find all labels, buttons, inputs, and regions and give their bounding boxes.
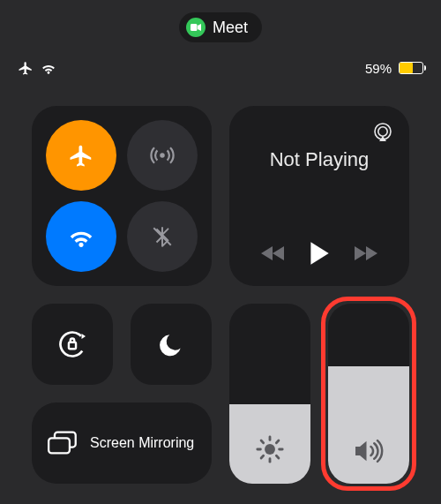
- svg-point-1: [160, 153, 165, 158]
- airplane-icon: [68, 142, 94, 169]
- svg-line-14: [261, 455, 264, 458]
- active-app-pill[interactable]: Meet: [179, 12, 262, 42]
- connectivity-tile: [32, 106, 212, 286]
- play-button[interactable]: [308, 240, 331, 267]
- svg-rect-6: [69, 342, 76, 350]
- volume-slider[interactable]: [328, 304, 409, 484]
- screen-mirroring-label: Screen Mirroring: [90, 435, 194, 451]
- bluetooth-off-icon: [151, 223, 174, 250]
- moon-icon: [157, 330, 185, 358]
- wifi-icon: [41, 62, 56, 74]
- active-app-label: Meet: [213, 19, 248, 37]
- rotation-lock-toggle[interactable]: [32, 304, 113, 385]
- status-bar: 59%: [0, 60, 441, 76]
- svg-point-5: [56, 328, 88, 360]
- cellular-data-toggle[interactable]: [127, 120, 198, 191]
- media-title: Not Playing: [245, 148, 393, 171]
- svg-point-7: [265, 444, 275, 455]
- wifi-icon: [67, 225, 95, 248]
- brightness-icon: [255, 434, 285, 464]
- speaker-icon: [353, 438, 385, 464]
- small-toggles-row: [32, 304, 212, 385]
- svg-line-12: [261, 440, 264, 443]
- do-not-disturb-toggle[interactable]: [131, 304, 212, 385]
- bluetooth-toggle[interactable]: [127, 201, 198, 272]
- screen-mirroring-icon: [48, 431, 78, 455]
- prev-track-button[interactable]: [261, 244, 286, 262]
- svg-rect-17: [49, 438, 70, 453]
- brightness-slider[interactable]: [229, 304, 310, 484]
- wifi-toggle[interactable]: [46, 201, 116, 272]
- battery-icon: [399, 62, 423, 74]
- airplay-icon[interactable]: [372, 122, 393, 143]
- airplane-mode-toggle[interactable]: [46, 120, 116, 191]
- next-track-button[interactable]: [353, 244, 377, 262]
- battery-percent: 59%: [365, 61, 392, 76]
- rotation-lock-icon: [56, 328, 88, 360]
- video-icon: [191, 23, 201, 32]
- svg-point-4: [378, 127, 387, 136]
- media-tile[interactable]: Not Playing: [229, 106, 409, 286]
- svg-line-15: [276, 440, 279, 443]
- antenna-icon: [149, 142, 176, 169]
- airplane-icon: [18, 60, 34, 76]
- svg-line-13: [276, 455, 279, 458]
- svg-rect-0: [191, 24, 198, 31]
- screen-mirroring-button[interactable]: Screen Mirroring: [32, 402, 212, 484]
- camera-indicator-dot: [186, 18, 206, 37]
